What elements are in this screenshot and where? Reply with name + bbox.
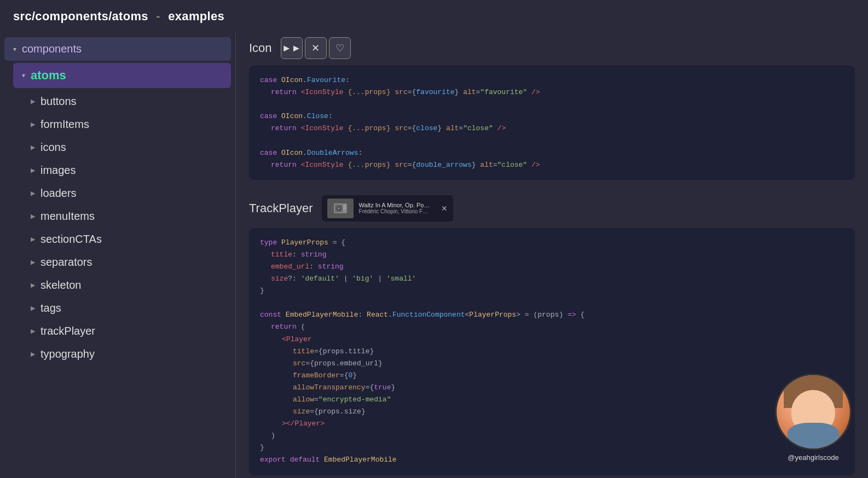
- sidebar-item-formitems[interactable]: ▶ formItems: [13, 113, 231, 136]
- sidebar-item-label: icons: [40, 141, 66, 154]
- chevron-right-icon: ▶: [31, 121, 35, 128]
- icon-section-header: Icon ►► ✕ ♡: [249, 33, 855, 59]
- chevron-right-icon: ▶: [31, 282, 35, 289]
- sidebar-item-trackplayer[interactable]: ▶ trackPlayer: [13, 320, 231, 342]
- chevron-right-icon: ▶: [31, 236, 35, 243]
- chevron-down-icon: ▾: [13, 45, 16, 53]
- sidebar-item-menuitems[interactable]: ▶ menuItems: [13, 205, 231, 228]
- sidebar-item-separators[interactable]: ▶ separators: [13, 251, 231, 273]
- sidebar-item-label: images: [40, 164, 76, 177]
- svg-point-3: [338, 207, 340, 209]
- sidebar-item-buttons[interactable]: ▶ buttons: [13, 90, 231, 113]
- sidebar-item-loaders[interactable]: ▶ loaders: [13, 182, 231, 205]
- icon-section-title: Icon: [249, 41, 272, 55]
- chevron-right-icon: ▶: [31, 190, 35, 197]
- sidebar-item-label: trackPlayer: [40, 325, 95, 337]
- sidebar-item-label: skeleton: [40, 279, 82, 292]
- track-artist: Frédéric Chopin, Vittorio Forte: [359, 208, 430, 214]
- close-icon-btn[interactable]: ✕: [305, 37, 327, 59]
- trackplayer-section-header: TrackPlayer Waltz In A Minor, Op. Posth.…: [249, 191, 855, 221]
- chevron-right-icon: ▶: [31, 167, 35, 174]
- chevron-right-icon: ▶: [31, 351, 35, 358]
- trackplayer-section-title: TrackPlayer: [249, 201, 313, 215]
- track-close-icon[interactable]: ✕: [441, 204, 448, 213]
- avatar-handle: @yeahgirlscode: [788, 453, 838, 462]
- chevron-right-icon: ▶: [31, 259, 35, 266]
- track-info: Waltz In A Minor, Op. Posth... Frédéric …: [359, 202, 436, 214]
- header-separator: -: [153, 9, 164, 23]
- header-path: src/components/atoms: [13, 9, 148, 23]
- track-title: Waltz In A Minor, Op. Posth...: [359, 202, 430, 208]
- sidebar-item-typography[interactable]: ▶ typography: [13, 343, 231, 365]
- header-suffix: examples: [168, 9, 224, 23]
- svg-rect-6: [343, 208, 346, 209]
- chevron-right-icon: ▶: [31, 328, 35, 335]
- header: src/components/atoms - examples: [0, 0, 868, 33]
- sidebar-components-label: components: [22, 43, 82, 55]
- sidebar-item-atoms[interactable]: ▾ atoms: [13, 63, 231, 88]
- header-title: src/components/atoms - examples: [13, 9, 224, 24]
- sidebar-item-label: buttons: [40, 95, 77, 108]
- sidebar-item-components[interactable]: ▾ components: [4, 37, 231, 61]
- chevron-right-icon: ▶: [31, 98, 35, 105]
- icon-buttons-group: ►► ✕ ♡: [281, 37, 351, 59]
- forward-double-icon-btn[interactable]: ►►: [281, 37, 303, 59]
- avatar-body: [788, 423, 839, 448]
- chevron-right-icon: ▶: [31, 305, 35, 312]
- sidebar-item-icons[interactable]: ▶ icons: [13, 136, 231, 159]
- trackplayer-preview: Waltz In A Minor, Op. Posth... Frédéric …: [322, 195, 453, 221]
- sidebar-item-skeleton[interactable]: ▶ skeleton: [13, 274, 231, 296]
- main-layout: ▾ components ▾ atoms ▶ buttons ▶ formIte…: [0, 33, 868, 478]
- svg-rect-4: [343, 205, 346, 206]
- chevron-right-icon: ▶: [31, 213, 35, 220]
- sidebar-item-label: loaders: [40, 187, 77, 200]
- sidebar-item-label: separators: [40, 256, 92, 269]
- trackplayer-code-block: type PlayerProps = { title: string embed…: [249, 228, 855, 475]
- sidebar-item-images[interactable]: ▶ images: [13, 159, 231, 182]
- sidebar-item-tags[interactable]: ▶ tags: [13, 297, 231, 319]
- heart-icon-btn[interactable]: ♡: [329, 37, 351, 59]
- sidebar-item-label: typography: [40, 348, 95, 360]
- sidebar-item-label: sectionCTAs: [40, 233, 102, 246]
- svg-rect-5: [343, 207, 346, 208]
- icon-code-block: case OIcon.Favourite: return <IconStyle …: [249, 66, 855, 180]
- content-area: Icon ►► ✕ ♡ case OIcon.Favourite: return…: [236, 33, 868, 478]
- chevron-right-icon: ▶: [31, 144, 35, 151]
- avatar-container: @yeahgirlscode: [775, 374, 852, 462]
- chevron-down-icon: ▾: [22, 72, 25, 79]
- sidebar-item-label: tags: [40, 302, 61, 314]
- avatar-inner: [777, 375, 850, 448]
- sidebar-item-label: formItems: [40, 118, 89, 131]
- sidebar: ▾ components ▾ atoms ▶ buttons ▶ formIte…: [0, 33, 235, 478]
- sidebar-item-label: menuItems: [40, 210, 95, 223]
- avatar: [775, 374, 852, 450]
- sidebar-sub-items: ▶ buttons ▶ formItems ▶ icons ▶ images ▶…: [0, 90, 235, 365]
- sidebar-atoms-label: atoms: [31, 68, 66, 83]
- track-thumbnail: [327, 199, 354, 218]
- sidebar-item-sectionctas[interactable]: ▶ sectionCTAs: [13, 228, 231, 250]
